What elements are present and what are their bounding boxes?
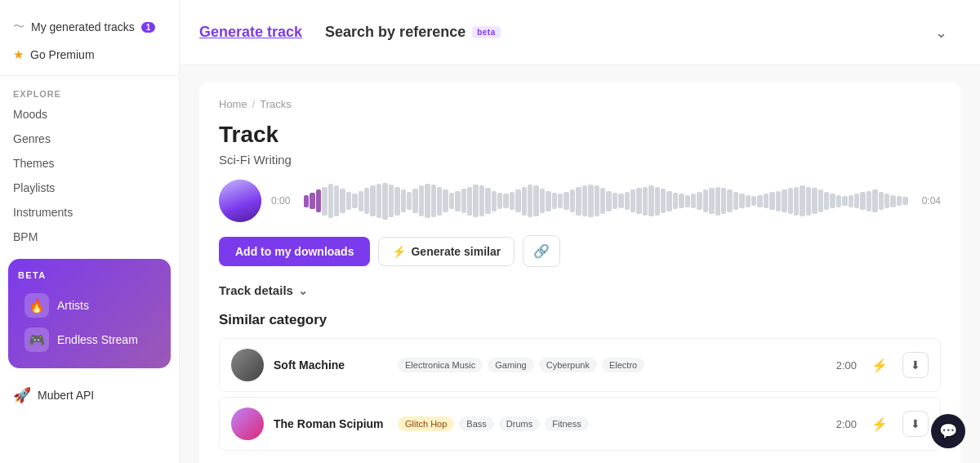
go-premium-item[interactable]: ★ Go Premium [0,41,179,69]
beta-tag: beta [472,26,501,38]
track-name: The Roman Scipium [274,417,388,430]
generated-tracks-badge: 1 [141,22,156,33]
generate-track-action-button[interactable]: ⚡ [866,413,893,435]
copy-link-button[interactable]: 🔗 [523,235,560,267]
sidebar-item-moods[interactable]: Moods [0,102,179,127]
table-row[interactable]: Soft Machine Electronica Music Gaming Cy… [219,338,941,392]
lightning-icon: ⚡ [392,245,406,258]
sidebar-item-playlists[interactable]: Playlists [0,176,179,200]
waveform [304,185,908,217]
tag-gaming: Gaming [488,358,534,372]
tag-electro: Electro [602,358,644,372]
similar-category-heading: Similar category [219,312,941,328]
download-button[interactable]: ⬇ [902,352,929,378]
tag-fitness: Fitness [545,416,588,431]
breadcrumb: Home / Tracks [219,98,941,110]
track-thumbnail [231,349,264,381]
top-bar: Generate track Search by reference beta … [180,0,980,65]
rocket-icon: 🚀 [13,386,31,404]
chat-icon: 💬 [939,422,957,440]
player-avatar[interactable] [219,180,261,222]
track-details-chevron-icon: ⌄ [298,284,308,297]
sidebar-item-instruments[interactable]: Instruments [0,200,179,225]
action-row: Add to my downloads ⚡ Generate similar 🔗 [219,235,941,267]
track-subtitle: Sci-Fi Writing [219,153,941,167]
beta-label: BETA [18,270,161,280]
tag-cyberpunk: Cyberpunk [539,358,597,372]
track-thumbnail [231,407,264,440]
beta-artists-label: Artists [57,299,89,312]
track-details-label: Track details [219,283,293,297]
content-card: Home / Tracks Track Sci-Fi Writing 0:00 … [199,82,960,463]
generate-track-button[interactable]: Generate track [199,24,312,41]
mubert-api-label: Mubert API [38,389,94,402]
track-details-row[interactable]: Track details ⌄ [219,283,941,297]
time-start: 0:00 [271,195,294,207]
tag-bass: Bass [459,416,493,431]
sidebar-divider [0,75,179,76]
sidebar: 〜 My generated tracks 1 ★ Go Premium EXP… [0,0,180,463]
generate-track-action-button[interactable]: ⚡ [866,354,893,376]
tag-drums: Drums [499,416,540,431]
track-heading: Track [219,122,941,148]
sidebar-item-genres[interactable]: Genres [0,127,179,151]
chat-bubble-button[interactable]: 💬 [931,414,965,448]
track-name: Soft Machine [274,358,388,372]
breadcrumb-tracks: Tracks [260,98,292,110]
avatar-gradient [219,180,261,222]
time-end: 0:04 [918,195,941,207]
track-tags: Glitch Hop Bass Drums Fitness [398,416,817,431]
star-icon: ★ [13,47,24,62]
track-duration: 2:00 [827,359,857,372]
table-row[interactable]: The Roman Scipium Glitch Hop Bass Drums … [219,397,941,451]
download-button[interactable]: ⬇ [902,411,929,437]
add-to-downloads-button[interactable]: Add to my downloads [219,237,370,266]
explore-label: EXPLORE [0,82,179,102]
sidebar-item-bpm[interactable]: BPM [0,225,179,249]
breadcrumb-separator: / [252,98,256,110]
beta-endless-stream-item[interactable]: 🎮 Endless Stream [18,323,161,357]
chevron-down-icon: ⌄ [935,24,947,42]
sidebar-item-themes[interactable]: Themes [0,151,179,176]
generated-tracks-label: My generated tracks [31,20,135,33]
mubert-api-item[interactable]: 🚀 Mubert API [0,378,179,412]
track-duration: 2:00 [827,418,857,430]
gamepad-icon: 🎮 [24,327,49,352]
search-by-reference-label: Search by reference [325,24,466,41]
beta-section: BETA 🔥 Artists 🎮 Endless Stream [8,259,171,368]
generate-similar-button[interactable]: ⚡ Generate similar [378,237,514,266]
link-icon: 🔗 [533,244,550,258]
generated-tracks-item[interactable]: 〜 My generated tracks 1 [0,13,179,41]
generate-similar-label: Generate similar [411,245,501,258]
content-area: Home / Tracks Track Sci-Fi Writing 0:00 … [180,65,980,463]
fire-icon: 🔥 [24,293,49,318]
go-premium-label: Go Premium [30,48,95,61]
main-area: Generate track Search by reference beta … [180,0,980,463]
search-by-reference-area[interactable]: Search by reference beta ⌄ [312,24,960,42]
breadcrumb-home[interactable]: Home [219,98,247,110]
waveform-container[interactable] [304,185,908,217]
track-tags: Electronica Music Gaming Cyberpunk Elect… [398,358,817,372]
player-row: 0:00 0:04 [219,180,941,222]
beta-artists-item[interactable]: 🔥 Artists [18,288,161,323]
tag-glitch-hop: Glitch Hop [398,416,454,431]
tag-electronica: Electronica Music [398,358,483,372]
similar-track-list: Soft Machine Electronica Music Gaming Cy… [219,338,941,456]
wave-icon: 〜 [13,20,24,34]
beta-endless-stream-label: Endless Stream [57,333,138,346]
